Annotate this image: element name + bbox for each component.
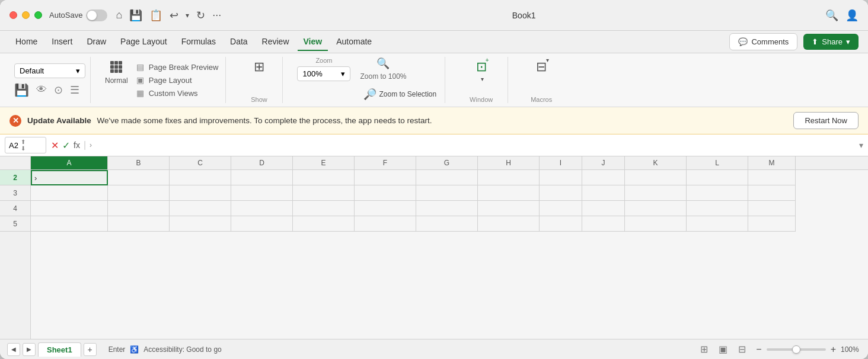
cell-b3[interactable] bbox=[108, 185, 170, 201]
row-num-5[interactable]: 5 bbox=[0, 216, 30, 232]
cell-d3[interactable] bbox=[231, 185, 293, 201]
row-num-4[interactable]: 4 bbox=[0, 201, 30, 216]
window-btn[interactable]: ⊡ + ▾ bbox=[473, 57, 490, 85]
cell-reference-box[interactable]: A2 ⬆⬇ bbox=[5, 137, 46, 153]
cell-l2[interactable] bbox=[687, 170, 748, 185]
zoom-in-button[interactable]: + bbox=[829, 344, 837, 355]
cell-f5[interactable] bbox=[355, 216, 416, 232]
cell-h4[interactable] bbox=[478, 201, 540, 216]
cell-l4[interactable] bbox=[687, 201, 748, 216]
row-num-2[interactable]: 2 bbox=[0, 170, 30, 185]
menu-draw[interactable]: Draw bbox=[81, 33, 112, 51]
cell-i3[interactable] bbox=[540, 185, 582, 201]
cell-b5[interactable] bbox=[108, 216, 170, 232]
cell-g4[interactable] bbox=[416, 201, 478, 216]
cell-g2[interactable] bbox=[416, 170, 478, 185]
page-layout-view-item[interactable]: ▣ Page Layout bbox=[134, 74, 221, 86]
custom-views-item[interactable]: ▦ Custom Views bbox=[134, 87, 221, 99]
cell-k5[interactable] bbox=[625, 216, 687, 232]
menu-insert[interactable]: Insert bbox=[46, 33, 78, 51]
save-sheet-icon[interactable]: 💾 bbox=[14, 83, 29, 97]
save-alt-icon[interactable]: 📋 bbox=[148, 8, 164, 23]
cell-i4[interactable] bbox=[540, 201, 582, 216]
cell-d2[interactable] bbox=[231, 170, 293, 185]
normal-label[interactable]: Normal bbox=[105, 76, 128, 85]
cell-j5[interactable] bbox=[582, 216, 625, 232]
cell-m2[interactable] bbox=[748, 170, 796, 185]
cell-l5[interactable] bbox=[687, 216, 748, 232]
cell-e2[interactable] bbox=[293, 170, 355, 185]
cell-k2[interactable] bbox=[625, 170, 687, 185]
col-header-g[interactable]: G bbox=[416, 156, 478, 169]
cell-e3[interactable] bbox=[293, 185, 355, 201]
cell-b4[interactable] bbox=[108, 201, 170, 216]
formula-cancel-button[interactable]: ✕ bbox=[51, 140, 59, 151]
search-icon[interactable]: 🔍 bbox=[825, 9, 838, 22]
col-header-b[interactable]: B bbox=[108, 156, 170, 169]
cell-h2[interactable] bbox=[478, 170, 540, 185]
cell-j2[interactable] bbox=[582, 170, 625, 185]
menu-review[interactable]: Review bbox=[256, 33, 295, 51]
cell-m4[interactable] bbox=[748, 201, 796, 216]
cell-k3[interactable] bbox=[625, 185, 687, 201]
cell-a3[interactable] bbox=[31, 185, 108, 201]
col-header-l[interactable]: L bbox=[687, 156, 748, 169]
zoom-slider[interactable] bbox=[767, 348, 826, 351]
save-icon[interactable]: 💾 bbox=[128, 8, 143, 23]
col-header-m[interactable]: M bbox=[748, 156, 796, 169]
cell-c4[interactable] bbox=[170, 201, 231, 216]
menu-data[interactable]: Data bbox=[224, 33, 254, 51]
sheet-prev-button[interactable]: ◀ bbox=[7, 343, 20, 356]
cell-f4[interactable] bbox=[355, 201, 416, 216]
col-header-j[interactable]: J bbox=[582, 156, 625, 169]
menu-view[interactable]: View bbox=[298, 33, 328, 51]
col-header-d[interactable]: D bbox=[231, 156, 293, 169]
cell-a5[interactable] bbox=[31, 216, 108, 232]
col-header-k[interactable]: K bbox=[625, 156, 687, 169]
restart-now-button[interactable]: Restart Now bbox=[793, 112, 859, 129]
formula-accept-button[interactable]: ✓ bbox=[62, 140, 70, 151]
cell-c2[interactable] bbox=[170, 170, 231, 185]
col-header-h[interactable]: H bbox=[478, 156, 540, 169]
col-header-e[interactable]: E bbox=[293, 156, 355, 169]
col-header-c[interactable]: C bbox=[170, 156, 231, 169]
row-num-3[interactable]: 3 bbox=[0, 185, 30, 201]
show-btn[interactable]: ⊞ bbox=[250, 57, 268, 77]
cell-m3[interactable] bbox=[748, 185, 796, 201]
cell-g5[interactable] bbox=[416, 216, 478, 232]
home-icon[interactable]: ⌂ bbox=[114, 8, 123, 23]
comments-button[interactable]: 💬 Comments bbox=[729, 33, 797, 50]
cell-e4[interactable] bbox=[293, 201, 355, 216]
cell-a4[interactable] bbox=[31, 201, 108, 216]
zoom-out-button[interactable]: − bbox=[755, 344, 762, 355]
undo-chevron-icon[interactable]: ▾ bbox=[184, 10, 190, 21]
col-header-a[interactable]: A bbox=[31, 156, 108, 169]
grid-view-icon[interactable]: ⊞ bbox=[697, 342, 711, 357]
cell-f3[interactable] bbox=[355, 185, 416, 201]
zoom-to-selection-btn[interactable]: 🔎 Zoom to Selection bbox=[360, 85, 440, 103]
profile-icon[interactable]: 👤 bbox=[845, 9, 859, 22]
cell-h3[interactable] bbox=[478, 185, 540, 201]
cell-k4[interactable] bbox=[625, 201, 687, 216]
cell-d5[interactable] bbox=[231, 216, 293, 232]
page-break-view-icon[interactable]: ⊟ bbox=[735, 342, 749, 357]
macros-btn[interactable]: ⊟ ▾ bbox=[532, 57, 550, 77]
page-view-icon[interactable]: ▣ bbox=[716, 342, 730, 357]
autosave-toggle[interactable] bbox=[86, 9, 107, 21]
col-header-i[interactable]: I bbox=[540, 156, 582, 169]
add-sheet-button[interactable]: + bbox=[84, 343, 97, 356]
close-button[interactable] bbox=[9, 11, 17, 19]
cell-h5[interactable] bbox=[478, 216, 540, 232]
cell-b2[interactable] bbox=[108, 170, 170, 185]
cell-j4[interactable] bbox=[582, 201, 625, 216]
cell-j3[interactable] bbox=[582, 185, 625, 201]
cell-e5[interactable] bbox=[293, 216, 355, 232]
formula-bar-expand-icon[interactable]: ▾ bbox=[859, 140, 863, 150]
cell-m5[interactable] bbox=[748, 216, 796, 232]
zoom-slider-thumb[interactable] bbox=[792, 345, 800, 354]
cell-f2[interactable] bbox=[355, 170, 416, 185]
eye-icon[interactable]: 👁 bbox=[36, 84, 47, 96]
cell-l3[interactable] bbox=[687, 185, 748, 201]
menu-home[interactable]: Home bbox=[9, 33, 43, 51]
cell-g3[interactable] bbox=[416, 185, 478, 201]
